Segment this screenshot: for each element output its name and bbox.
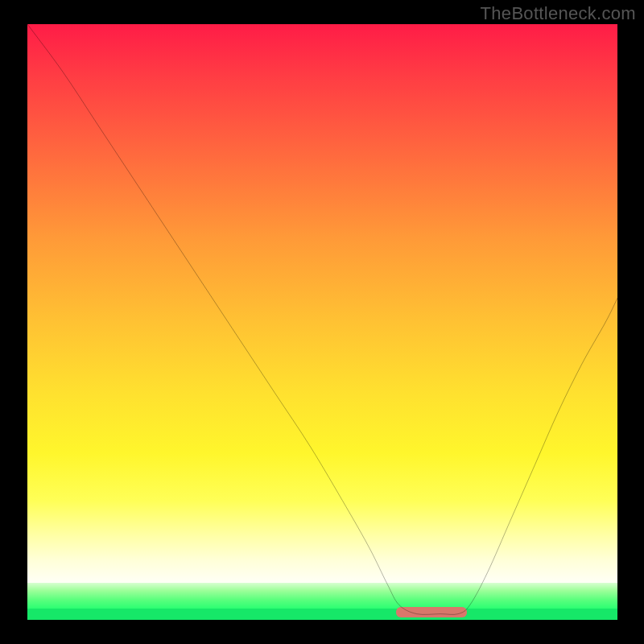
curve-path <box>27 24 617 614</box>
watermark-text: TheBottleneck.com <box>481 3 636 24</box>
curve-svg <box>27 24 617 620</box>
plot-area <box>27 24 617 620</box>
chart-frame: TheBottleneck.com <box>0 0 644 644</box>
